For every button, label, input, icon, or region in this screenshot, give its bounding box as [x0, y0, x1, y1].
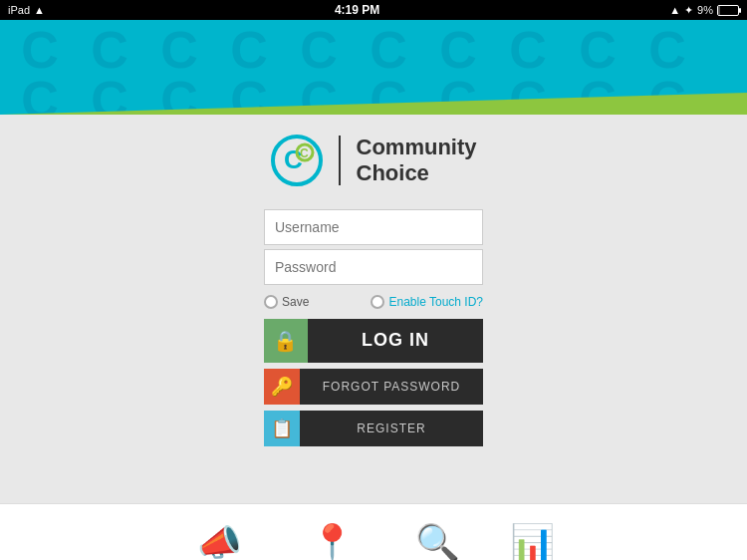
save-label: Save	[282, 295, 309, 309]
header-banner: C C C C C C C C C C C C C C C C C C C C	[0, 20, 747, 115]
logo-line2: Choice	[357, 160, 477, 186]
rates-icon: 📊	[510, 522, 555, 561]
contact-icon: 📣	[197, 522, 242, 561]
username-input[interactable]	[264, 209, 483, 245]
forgot-password-button[interactable]: 🔑 FORGOT PASSWORD	[264, 369, 483, 405]
logo-divider	[339, 136, 341, 185]
nav-contact[interactable]: 📣 CONTACT	[192, 522, 248, 561]
main-content: C C Community Choice Save Enable Touch I…	[0, 115, 747, 503]
login-button[interactable]: 🔒 LOG IN	[264, 319, 483, 363]
nav-rates[interactable]: 📊 RATES	[510, 522, 555, 561]
save-checkbox-label[interactable]: Save	[264, 295, 309, 309]
options-row: Save Enable Touch ID?	[264, 295, 483, 309]
forgot-password-label: FORGOT PASSWORD	[300, 380, 483, 394]
time-display: 4:19 PM	[335, 3, 379, 17]
login-form: Save Enable Touch ID? 🔒 LOG IN 🔑 FORGOT …	[264, 209, 483, 446]
locations-icon: 📍	[310, 522, 355, 561]
touch-id-label: Enable Touch ID?	[388, 295, 483, 309]
touch-id-checkbox-label[interactable]: Enable Touch ID?	[371, 295, 483, 309]
battery-display: 9%	[697, 4, 713, 16]
register-button[interactable]: 📋 REGISTER	[264, 411, 483, 446]
logo-text: Community Choice	[357, 135, 477, 187]
lock-icon: 🔒	[264, 319, 308, 363]
logo-line1: Community	[357, 135, 477, 160]
help-icon: 🔍	[415, 522, 460, 561]
battery-icon	[717, 5, 739, 16]
password-input[interactable]	[264, 249, 483, 285]
login-label: LOG IN	[308, 330, 483, 351]
brand-logo: C C	[271, 135, 323, 186]
bluetooth-icon: ✦	[684, 4, 693, 17]
save-checkbox[interactable]	[264, 295, 278, 309]
header-pattern: C C C C C C C C C C C C C C C C C C C C	[0, 20, 747, 115]
nav-help[interactable]: 🔍 HELP	[415, 522, 460, 561]
logo-area: C C Community Choice	[271, 135, 477, 187]
gps-icon: ▲	[669, 4, 680, 16]
status-bar: iPad ▲ 4:19 PM ▲ ✦ 9%	[0, 0, 747, 20]
register-label: REGISTER	[300, 421, 483, 435]
register-icon: 📋	[264, 411, 300, 446]
device-label: iPad	[8, 4, 30, 16]
touch-id-checkbox[interactable]	[371, 295, 384, 309]
wifi-icon: ▲	[34, 4, 45, 16]
key-icon: 🔑	[264, 369, 300, 405]
footer-nav: 📣 CONTACT 📍 LOCATIONS 🔍 HELP 📊 RATES	[0, 503, 747, 560]
svg-text:C: C	[300, 146, 309, 160]
nav-locations[interactable]: 📍 LOCATIONS	[298, 522, 366, 561]
